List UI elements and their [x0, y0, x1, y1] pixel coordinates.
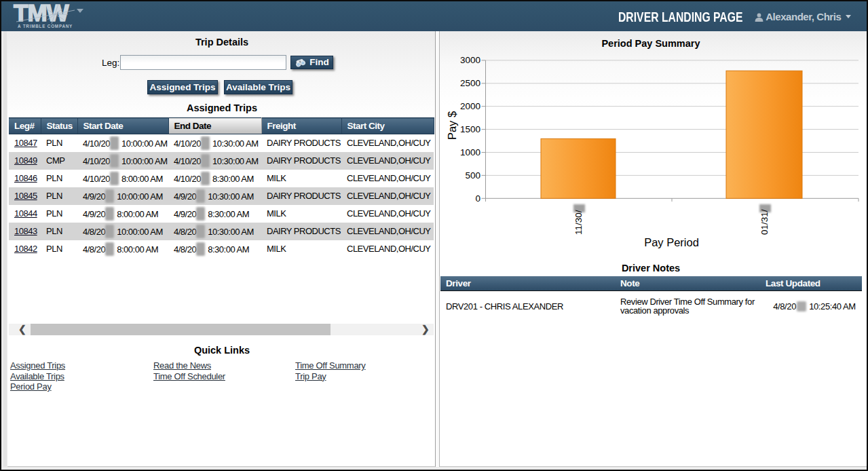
svg-text:01/31/: 01/31/ — [759, 209, 770, 235]
svg-text:Pay $: Pay $ — [446, 111, 458, 140]
svg-text:Pay Period: Pay Period — [644, 236, 699, 248]
svg-text:11/30/: 11/30/ — [573, 210, 584, 235]
svg-text:3000: 3000 — [460, 55, 480, 65]
svg-text:2000: 2000 — [460, 101, 480, 111]
svg-text:500: 500 — [465, 170, 480, 181]
svg-text:2500: 2500 — [460, 78, 480, 88]
svg-text:0: 0 — [475, 193, 480, 204]
svg-text:1000: 1000 — [460, 147, 480, 157]
svg-text:1500: 1500 — [460, 124, 480, 134]
